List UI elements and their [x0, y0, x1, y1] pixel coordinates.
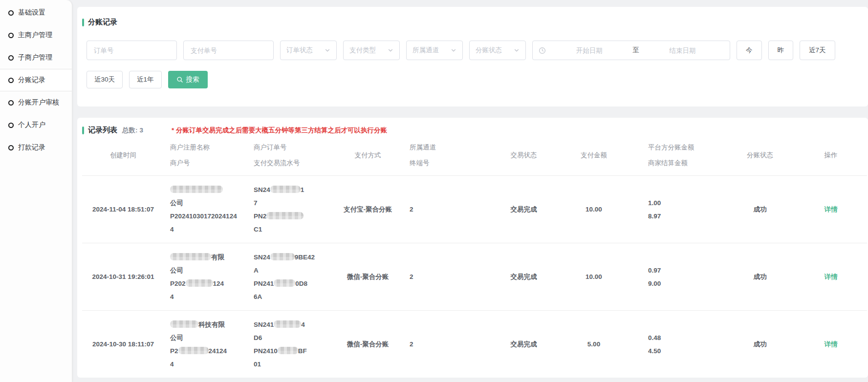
list-title: 记录列表 — [88, 126, 117, 135]
cell-pay-method: 支付宝-聚合分账 — [335, 203, 401, 216]
col-header-4: 所属通道终端号 — [401, 140, 490, 171]
cell-text: 4 — [170, 226, 174, 233]
end-date-input[interactable] — [641, 47, 724, 54]
range-today-button[interactable]: 今 — [737, 41, 762, 60]
order-no-input[interactable] — [87, 41, 177, 60]
cell-text: P2 — [170, 347, 178, 355]
sidebar-item-1[interactable]: 主商户管理 — [0, 24, 72, 46]
sidebar-item-2[interactable]: 子商户管理 — [0, 46, 72, 69]
cell-order-no: SN2417PN2C1 — [250, 183, 335, 236]
redacted-blur — [186, 279, 213, 287]
sidebar-item-4[interactable]: 分账开户审核 — [0, 91, 72, 114]
list-accent-bar — [82, 127, 84, 134]
cell-created: 2024-10-31 19:26:01 — [82, 270, 164, 283]
cell-text: SN24 — [254, 254, 270, 261]
table-row: 2024-10-30 18:11:07科技有限公司P2241244SN2414D… — [82, 310, 867, 378]
cell-line: D6 — [254, 331, 335, 344]
circle-icon — [8, 78, 14, 83]
chevron-down-icon — [451, 47, 456, 53]
detail-link[interactable]: 详情 — [825, 206, 838, 213]
col-header-8: 分账状态 — [723, 148, 797, 163]
header-line: 分账状态 — [723, 148, 797, 163]
records-table: 创建时间商户注册名称商户号商户订单号支付交易流水号支付方式所属通道终端号交易状态… — [82, 135, 867, 378]
cell-text: PN2 — [254, 212, 266, 220]
chevron-down-icon — [388, 47, 393, 53]
cell-text: 6A — [254, 293, 262, 300]
cell-text: 科技有限 — [198, 321, 225, 328]
circle-icon — [8, 145, 14, 150]
header-line: 商家结算金额 — [648, 155, 723, 171]
range-1y-button[interactable]: 近1年 — [129, 71, 162, 88]
detail-link[interactable]: 详情 — [825, 273, 838, 280]
col-header-9: 操作 — [797, 148, 865, 163]
col-header-7: 平台方分账金额商家结算金额 — [630, 140, 723, 171]
range-7d-button[interactable]: 近7天 — [800, 41, 835, 60]
cell-text: 0D8 — [295, 280, 307, 287]
cell-line: 6A — [254, 290, 335, 303]
cell-text: 1 — [301, 186, 304, 193]
sidebar-item-5[interactable]: 个人开户 — [0, 114, 72, 136]
clock-icon — [539, 47, 546, 54]
cell-line: PN2410D8 — [254, 277, 335, 290]
split-status-select[interactable]: 分账状态 — [469, 41, 526, 60]
cell-terminal: 2 — [401, 338, 490, 351]
header-line: 所属通道 — [410, 140, 490, 155]
cell-line: PN2410BF — [254, 344, 335, 358]
select-placeholder: 所属通道 — [412, 46, 439, 55]
merchant-amount: 9.00 — [648, 277, 723, 290]
cell-merchant: 有限公司P2021244 — [164, 251, 250, 303]
search-button[interactable]: 搜索 — [168, 71, 208, 88]
table-row: 2024-10-31 19:26:01有限公司P2021244SN249BE42… — [82, 243, 867, 310]
redacted-blur — [178, 347, 209, 354]
cell-merchant: 科技有限公司P2241244 — [164, 318, 250, 371]
filter-row-2: 近30天近1年 搜索 — [87, 71, 868, 88]
sidebar-item-label: 主商户管理 — [18, 31, 52, 40]
cell-split-amounts: 1.008.97 — [630, 196, 723, 223]
header-line: 商户订单号 — [254, 140, 335, 155]
app-root: 基础设置主商户管理子商户管理分账记录分账开户审核个人开户打款记录 分账记录 订单… — [0, 0, 868, 382]
cell-txn-status: 交易完成 — [490, 203, 557, 216]
pay-type-select[interactable]: 支付类型 — [343, 41, 400, 60]
cell-txn-status: 交易完成 — [490, 270, 557, 283]
cell-split-amounts: 0.979.00 — [630, 264, 723, 290]
cell-terminal: 2 — [401, 270, 490, 283]
cell-text: C1 — [254, 226, 262, 233]
cell-text: 4 — [170, 293, 174, 300]
cell-line: A — [254, 264, 335, 277]
pay-no-input[interactable] — [183, 41, 274, 60]
col-header-2: 商户订单号支付交易流水号 — [250, 140, 335, 171]
sidebar-item-label: 个人开户 — [18, 121, 45, 129]
cell-text: 24124 — [209, 347, 227, 355]
filter-card: 分账记录 订单状态支付类型所属通道分账状态 至 今昨近7天 近30天近1年 — [77, 7, 868, 106]
cell-split-status: 成功 — [723, 203, 797, 216]
date-range-picker[interactable]: 至 — [532, 41, 730, 60]
order-status-select[interactable]: 订单状态 — [280, 41, 337, 60]
cell-terminal: 2 — [401, 203, 490, 216]
redacted-blur — [278, 347, 298, 354]
cell-line: 有限 — [170, 251, 250, 264]
range-yesterday-button[interactable]: 昨 — [768, 41, 794, 60]
col-header-5: 交易状态 — [490, 148, 557, 163]
sidebar-item-3[interactable]: 分账记录 — [0, 69, 72, 91]
channel-select[interactable]: 所属通道 — [406, 41, 463, 60]
sidebar-item-label: 子商户管理 — [18, 53, 52, 62]
detail-link[interactable]: 详情 — [825, 340, 838, 348]
cell-line: 4 — [170, 358, 250, 371]
start-date-input[interactable] — [548, 47, 630, 54]
cell-text: BF — [298, 347, 307, 355]
header-line: 支付交易流水号 — [254, 155, 335, 171]
table-row: 2024-11-04 18:51:07公司P202410301720241244… — [82, 175, 867, 243]
filter-card-header: 分账记录 — [77, 18, 868, 27]
range-30d-button[interactable]: 近30天 — [87, 71, 123, 88]
cell-line: 公司 — [170, 264, 250, 277]
sidebar-item-0[interactable]: 基础设置 — [0, 1, 72, 24]
sidebar-item-6[interactable]: 打款记录 — [0, 136, 72, 159]
redacted-blur — [270, 186, 301, 193]
header-line: 支付方式 — [335, 148, 401, 163]
total-count: 总数:3 — [122, 126, 143, 135]
cell-created: 2024-10-30 18:11:07 — [82, 338, 164, 351]
circle-icon — [8, 55, 14, 61]
cell-line: 7 — [254, 196, 335, 210]
cell-merchant: 公司P202410301720241244 — [164, 183, 250, 236]
cell-line: P224124 — [170, 344, 250, 358]
